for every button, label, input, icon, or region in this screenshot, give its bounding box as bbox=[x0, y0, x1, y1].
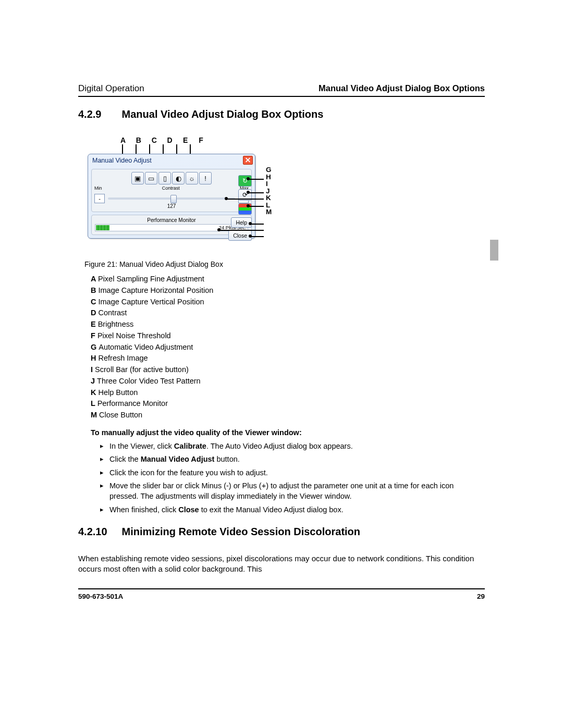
performance-title: Performance Monitor bbox=[95, 217, 248, 223]
window-close-icon[interactable] bbox=[243, 156, 253, 165]
section-4-2-10: 4.2.10 Minimizing Remote Video Session D… bbox=[78, 526, 485, 538]
legend-item: J Three Color Video Test Pattern bbox=[91, 376, 485, 387]
section-title: Minimizing Remote Video Session Discolor… bbox=[122, 526, 360, 537]
manual-video-adjust-dialog: Manual Video Adjust ▣ ▭ ▯ ◐ ☼ ! Min Cont… bbox=[88, 154, 255, 239]
slider-value: 127 bbox=[94, 203, 249, 209]
instruction-steps: In the Viewer, click Calibrate. The Auto… bbox=[100, 440, 485, 516]
callout-E: E bbox=[179, 136, 192, 144]
legend-item: E Brightness bbox=[91, 319, 485, 330]
leader-line bbox=[250, 236, 264, 237]
legend-item: B Image Capture Horizontal Position bbox=[91, 285, 485, 297]
legend-item: H Refresh Image bbox=[91, 353, 485, 364]
leader-line bbox=[250, 224, 264, 225]
figure-caption: Figure 21: Manual Video Adjust Dialog Bo… bbox=[84, 260, 485, 268]
leader-dot bbox=[217, 228, 221, 231]
leader-dot bbox=[225, 197, 228, 200]
step-5: When finished, click Close to exit the M… bbox=[100, 503, 485, 517]
capture-vert-icon[interactable]: ▯ bbox=[158, 172, 171, 184]
leader-line bbox=[226, 199, 264, 200]
minus-button[interactable]: - bbox=[94, 194, 105, 203]
dialog-title: Manual Video Adjust bbox=[92, 157, 152, 164]
legend-item: A Pixel Sampling Fine Adjustment bbox=[91, 274, 485, 285]
leader-dot bbox=[249, 235, 252, 238]
figure-21: A B C D E F ➤ Manual Video bbox=[88, 136, 338, 256]
header-right: Manual Video Adjust Dialog Box Options bbox=[319, 83, 485, 94]
callout-G: G bbox=[266, 166, 272, 174]
leader-line bbox=[219, 230, 264, 231]
leader-line bbox=[248, 179, 264, 180]
running-header: Digital Operation Manual Video Adjust Di… bbox=[78, 83, 485, 97]
step-2: Click the Manual Video Adjust button. bbox=[100, 453, 485, 466]
legend-item: I Scroll Bar (for active button) bbox=[91, 364, 485, 376]
callout-C: C bbox=[148, 136, 161, 144]
callout-I: I bbox=[266, 180, 272, 188]
leader-line bbox=[248, 206, 264, 207]
callout-M: M bbox=[266, 208, 272, 216]
callout-B: B bbox=[132, 136, 145, 144]
leader-dot bbox=[247, 204, 250, 207]
callout-labels-right: G H I J K L M bbox=[266, 166, 272, 216]
leader-line bbox=[248, 192, 264, 193]
section-title: Manual Video Adjust Dialog Box Options bbox=[122, 108, 324, 120]
legend-item: D Contrast bbox=[91, 307, 485, 319]
thumb-tab bbox=[490, 240, 498, 261]
leader-dot bbox=[247, 177, 250, 180]
callout-A: A bbox=[116, 136, 130, 144]
pixel-sampling-icon[interactable]: ▣ bbox=[131, 172, 144, 184]
leader-dot bbox=[247, 191, 250, 194]
capture-horiz-icon[interactable]: ▭ bbox=[145, 172, 157, 184]
leader-dot bbox=[249, 222, 252, 225]
instruction-heading: To manually adjust the video quality of … bbox=[91, 428, 485, 437]
slider-thumb[interactable] bbox=[170, 195, 177, 203]
contrast-slider[interactable] bbox=[108, 198, 235, 200]
header-left: Digital Operation bbox=[78, 83, 144, 94]
contrast-icon[interactable]: ◐ bbox=[172, 172, 185, 184]
legend-item: M Close Button bbox=[91, 410, 485, 421]
legend-item: K Help Button bbox=[91, 387, 485, 399]
legend-item: L Performance Monitor bbox=[91, 398, 485, 410]
step-4: Move the slider bar or click Minus (-) o… bbox=[100, 479, 485, 503]
page-footer: 590-673-501A 29 bbox=[78, 588, 485, 600]
dialog-titlebar: Manual Video Adjust bbox=[88, 154, 255, 166]
test-pattern-button[interactable] bbox=[238, 203, 252, 215]
section-4-2-10-para: When establishing remote video sessions,… bbox=[78, 553, 485, 575]
brightness-icon[interactable]: ☼ bbox=[186, 172, 198, 184]
callout-F: F bbox=[194, 136, 207, 144]
callout-labels-top: A B C D E F bbox=[116, 136, 207, 144]
legend-item: C Image Capture Vertical Position bbox=[91, 297, 485, 308]
doc-number: 590-673-501A bbox=[78, 593, 123, 600]
auto-adjust-button[interactable]: ↻ bbox=[238, 175, 252, 187]
callout-J: J bbox=[266, 188, 272, 195]
step-1: In the Viewer, click Calibrate. The Auto… bbox=[100, 440, 485, 453]
callout-D: D bbox=[163, 136, 177, 144]
noise-threshold-icon[interactable]: ! bbox=[199, 172, 212, 184]
callout-K: K bbox=[266, 194, 272, 202]
legend-item: F Pixel Noise Threshold bbox=[91, 330, 485, 342]
legend-item: G Automatic Video Adjustment bbox=[91, 342, 485, 353]
section-number: 4.2.9 bbox=[78, 108, 119, 120]
section-number: 4.2.10 bbox=[78, 526, 119, 538]
section-4-2-9: 4.2.9 Manual Video Adjust Dialog Box Opt… bbox=[78, 108, 485, 120]
slider-min-label: Min bbox=[94, 186, 102, 191]
figure-legend: A Pixel Sampling Fine AdjustmentB Image … bbox=[91, 274, 485, 421]
callout-H: H bbox=[266, 174, 272, 181]
step-3: Click the icon for the feature you wish … bbox=[100, 466, 485, 480]
performance-panel: Performance Monitor 24 Pkts/Sec. bbox=[91, 215, 252, 235]
performance-bar-fill bbox=[96, 225, 109, 230]
slider-name-label: Contrast bbox=[162, 186, 180, 191]
toolbar-panel: ▣ ▭ ▯ ◐ ☼ ! Min Contrast Max - bbox=[91, 169, 252, 212]
page-number: 29 bbox=[477, 593, 485, 600]
callout-L: L bbox=[266, 202, 272, 209]
